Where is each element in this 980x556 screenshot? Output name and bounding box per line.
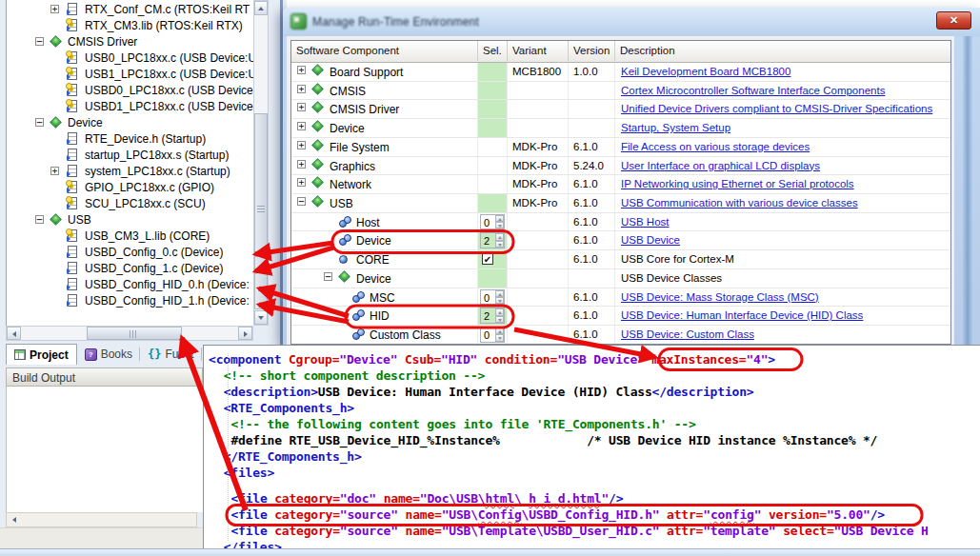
component-row[interactable]: HID26.1.0USB Device: Human Interface Dev… bbox=[291, 307, 950, 326]
description-link[interactable]: USB Device: Custom Class bbox=[621, 328, 754, 340]
tree-item[interactable]: USBD0_LPC18xx.c (USB Device: bbox=[7, 83, 253, 99]
component-row[interactable]: +NetworkMDK-Pro6.1.0IP Networking using … bbox=[291, 175, 950, 194]
selection-cell[interactable] bbox=[478, 269, 508, 288]
tree-item[interactable]: USBD_Config_0.c (Device) bbox=[7, 245, 253, 261]
collapse-minus-icon[interactable]: – bbox=[35, 37, 44, 46]
description-link[interactable]: User Interface on graphical LCD displays bbox=[621, 160, 820, 171]
close-button[interactable]: ✕ bbox=[936, 11, 971, 30]
selection-cell[interactable]: 0 bbox=[478, 213, 508, 231]
spinner-up-icon[interactable] bbox=[495, 328, 504, 334]
description-link[interactable]: IP Networking using Ethernet or Serial p… bbox=[621, 178, 854, 189]
tree-horizontal-scrollbar[interactable] bbox=[6, 326, 253, 341]
description-link[interactable]: USB Communication with various device cl… bbox=[621, 197, 858, 208]
instance-spinner[interactable]: 0 bbox=[480, 327, 505, 343]
description-link[interactable]: File Access on various storage devices bbox=[621, 141, 810, 152]
selection-cell[interactable] bbox=[478, 100, 508, 118]
component-row[interactable]: Device26.1.0USB Device bbox=[291, 231, 950, 250]
build-output-scrollbar[interactable] bbox=[6, 512, 197, 527]
scroll-down-icon[interactable] bbox=[254, 310, 268, 325]
column-header-sel[interactable]: Sel. bbox=[478, 41, 508, 61]
spinner-down-icon[interactable] bbox=[495, 222, 504, 228]
expand-plus-icon[interactable]: + bbox=[297, 178, 306, 187]
description-link[interactable]: USB Device: Human Interface Device (HID)… bbox=[621, 309, 863, 321]
description-link[interactable]: Unified Device Drivers compliant to CMSI… bbox=[621, 103, 932, 114]
tab-funct[interactable]: {}Funct bbox=[140, 344, 201, 365]
collapse-minus-icon[interactable]: – bbox=[297, 197, 306, 206]
column-header-softwarecomponent[interactable]: Software Component bbox=[291, 41, 478, 61]
component-row[interactable]: MSC06.1.0USB Device: Mass Storage Class … bbox=[291, 288, 950, 308]
expand-plus-icon[interactable]: + bbox=[297, 160, 306, 169]
instance-spinner[interactable]: 2 bbox=[480, 308, 505, 324]
instance-spinner[interactable]: 0 bbox=[480, 214, 505, 230]
tree-item[interactable]: USBD_Config_HID_1.h (Device: bbox=[7, 293, 253, 309]
scroll-left-icon[interactable] bbox=[7, 513, 21, 526]
component-row[interactable]: +GraphicsMDK-Pro5.24.0User Interface on … bbox=[291, 157, 950, 176]
selection-cell[interactable] bbox=[478, 194, 508, 212]
spinner-down-icon[interactable] bbox=[495, 316, 504, 323]
tree-item[interactable]: +RTX_Conf_CM.c (RTOS:Keil RT bbox=[7, 2, 253, 18]
instance-spinner[interactable]: 0 bbox=[480, 289, 505, 306]
spinner-up-icon[interactable] bbox=[495, 215, 504, 222]
component-row[interactable]: +CMSIS DriverUnified Device Drivers comp… bbox=[291, 100, 950, 119]
component-row[interactable]: +DeviceStartup, System Setup bbox=[291, 119, 950, 138]
spinner-up-icon[interactable] bbox=[495, 233, 504, 240]
selection-cell[interactable] bbox=[478, 82, 508, 100]
scroll-left-icon[interactable] bbox=[7, 327, 21, 340]
dialog-titlebar[interactable]: Manage Run-Time Environment ✕ bbox=[283, 8, 980, 36]
spinner-down-icon[interactable] bbox=[495, 297, 504, 304]
component-checkbox[interactable]: ✔ bbox=[482, 253, 493, 265]
tree-item[interactable]: USBD1_LPC18xx.c (USB Device: bbox=[7, 99, 253, 115]
tree-item[interactable]: +system_LPC18xx.c (Startup) bbox=[7, 164, 253, 180]
tree-item[interactable]: USBD_Config_HID_0.h (Device: bbox=[7, 277, 253, 293]
spinner-down-icon[interactable] bbox=[495, 241, 504, 248]
expand-plus-icon[interactable]: + bbox=[297, 85, 306, 93]
tab-project[interactable]: Project bbox=[6, 344, 77, 365]
xml-code-panel[interactable]: <component Cgroup="Device" Csub="HID" co… bbox=[203, 345, 980, 548]
scroll-up-icon[interactable] bbox=[254, 1, 268, 15]
component-row[interactable]: Host06.1.0USB Host bbox=[291, 213, 950, 232]
expand-plus-icon[interactable]: + bbox=[297, 66, 306, 74]
selection-cell[interactable] bbox=[478, 157, 508, 175]
column-header-description[interactable]: Description bbox=[615, 41, 951, 61]
description-link[interactable]: USB Host bbox=[621, 216, 670, 228]
selection-cell[interactable]: 0 bbox=[478, 326, 508, 344]
expand-plus-icon[interactable]: + bbox=[50, 167, 59, 175]
selection-cell[interactable]: 0 bbox=[478, 288, 508, 307]
tree-item[interactable]: USBD_Config_1.c (Device) bbox=[7, 261, 253, 277]
component-row[interactable]: +File SystemMDK-Pro6.1.0File Access on v… bbox=[291, 138, 950, 157]
description-link[interactable]: Cortex Microcontroller Software Interfac… bbox=[621, 85, 885, 96]
description-link[interactable]: Keil Development Board MCB1800 bbox=[621, 66, 790, 77]
expand-plus-icon[interactable]: + bbox=[297, 141, 306, 149]
tree-item[interactable]: USB1_LPC18xx.c (USB Device:U bbox=[7, 67, 253, 83]
tab-books[interactable]: ?Books bbox=[77, 344, 140, 365]
build-output-area[interactable] bbox=[6, 387, 203, 512]
tree-item[interactable]: RTX_CM3.lib (RTOS:Keil RTX) bbox=[7, 18, 253, 34]
spinner-up-icon[interactable] bbox=[495, 308, 504, 315]
spinner-down-icon[interactable] bbox=[495, 334, 504, 341]
tree-vscroll-thumb[interactable] bbox=[254, 113, 268, 309]
tree-item[interactable]: –USB bbox=[7, 212, 253, 228]
selection-cell[interactable]: ✔ bbox=[478, 250, 508, 268]
collapse-minus-icon[interactable]: – bbox=[324, 272, 332, 281]
selection-cell[interactable]: 2 bbox=[478, 307, 508, 325]
spinner-up-icon[interactable] bbox=[495, 290, 504, 297]
description-link[interactable]: Startup, System Setup bbox=[621, 122, 730, 133]
instance-spinner[interactable]: 2 bbox=[480, 232, 505, 248]
component-row[interactable]: –USBMDK-Pro6.1.0USB Communication with v… bbox=[291, 194, 950, 213]
tree-item[interactable]: –Device bbox=[7, 115, 253, 131]
tree-hscroll-thumb[interactable] bbox=[87, 327, 182, 340]
tree-item[interactable]: USB0_LPC18xx.c (USB Device:U bbox=[7, 50, 253, 67]
expand-plus-icon[interactable]: + bbox=[297, 122, 306, 130]
column-header-version[interactable]: Version bbox=[569, 41, 615, 61]
column-header-variant[interactable]: Variant bbox=[508, 41, 569, 61]
tree-item[interactable]: USB_CM3_L.lib (CORE) bbox=[7, 228, 253, 245]
collapse-minus-icon[interactable]: – bbox=[35, 215, 44, 224]
tree-item[interactable]: RTE_Device.h (Startup) bbox=[7, 131, 253, 148]
component-row[interactable]: –DeviceUSB Device Classes bbox=[291, 269, 950, 288]
collapse-minus-icon[interactable]: – bbox=[35, 118, 44, 127]
description-link[interactable]: USB Device bbox=[621, 234, 680, 246]
description-link[interactable]: USB Device: Mass Storage Class (MSC) bbox=[621, 291, 819, 303]
selection-cell[interactable]: 2 bbox=[478, 231, 508, 249]
scroll-right-icon[interactable] bbox=[238, 327, 252, 340]
component-row[interactable]: CORE✔6.1.0USB Core for Cortex-M bbox=[291, 250, 950, 269]
